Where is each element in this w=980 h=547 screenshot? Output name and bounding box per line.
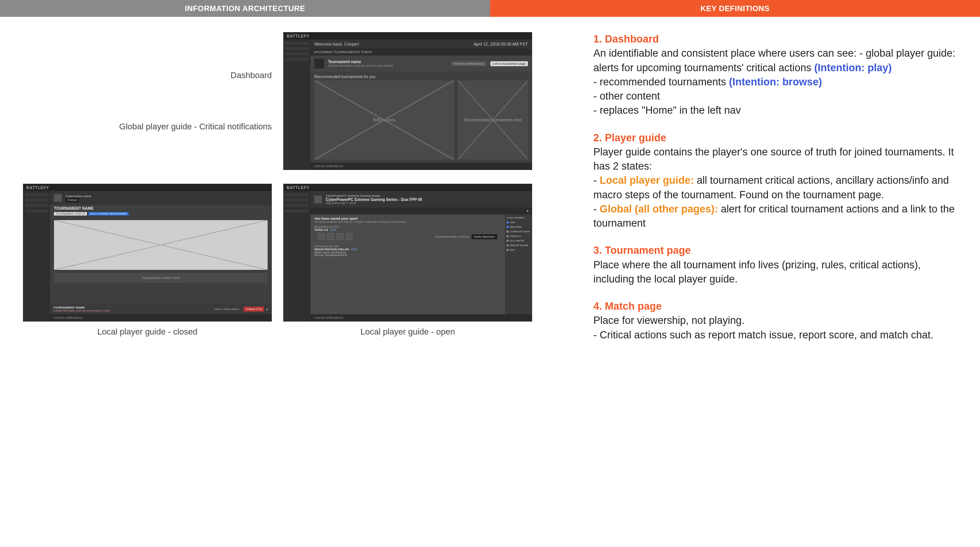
slide-header: INFORMATION ARCHITECTURE KEY DEFINITIONS: [0, 0, 980, 17]
mock-link: Link to tournament page: [490, 61, 528, 66]
mock-welcome: Welcome back, Cooper!: [314, 42, 359, 46]
mock3-j1: JOIN: [510, 221, 515, 224]
mock3-slot-icon: [346, 233, 353, 240]
header-right: KEY DEFINITIONS: [490, 0, 980, 17]
def-tournament-page: 3. Tournament page Place where the all t…: [593, 243, 957, 286]
def1-p2a: - recommended tournaments: [593, 76, 729, 88]
mock-thumb-icon: [314, 59, 324, 69]
def2-global-label: Global (all other pages):: [600, 203, 718, 215]
mock-upcoming: UPCOMING TOURNAMENTS TODAY: [314, 50, 372, 54]
mock-b2b-ph: B2B banners: [314, 80, 454, 160]
mock2-foot-cta: Critical CTA: [243, 307, 264, 312]
mock-date: April 12, 2018 09:30 AM PST: [474, 42, 528, 46]
mock3-org: CyberPowerPC Extreme Gaming Series: [326, 194, 422, 198]
mock3-journey-title: YOUR JOURNEY: [506, 217, 530, 219]
mock2-sidenav: [23, 191, 50, 321]
mock-brand: BATTLEFY: [287, 34, 309, 38]
mock3-regfields: REGISTRATION FIELDS: [314, 248, 349, 251]
mock3-saved-sub: You must complete your team to compete. …: [314, 220, 501, 223]
mock-rec-label: Recommended tournaments here: [458, 80, 528, 160]
label-global-guide: Global player guide - Critical notificat…: [119, 122, 272, 132]
mock-footer: Critical notifications: [314, 164, 343, 168]
row-dashboard: Dashboard Global player guide - Critical…: [23, 32, 532, 170]
mock2-foot-name: TOURNAMENT NAME: [53, 306, 110, 309]
mock3-team-edit: EDIT: [330, 229, 336, 231]
mock2-content: Tournament content here: [54, 273, 268, 283]
def-match-page: 4. Match page Place for viewership, not …: [593, 299, 957, 342]
mock-upcoming-bar: UPCOMING TOURNAMENTS TODAY: [310, 49, 532, 56]
def-player-guide: 2. Player guide Player guide contains th…: [593, 131, 957, 231]
row-local-guides: BATTLEFY Organization name Follow: [23, 184, 532, 337]
def1-p3: - other content: [593, 89, 957, 103]
header-left: INFORMATION ARCHITECTURE: [0, 0, 490, 17]
mock-rec-ph: Recommended tournaments here: [458, 80, 528, 160]
mock3-j6: REPORT SCORE: [510, 244, 528, 247]
mock3-slot-icon: [318, 233, 325, 240]
mock2-foot-how: How to critical action...: [214, 308, 241, 310]
mock3-j4: CHECK-IN: [510, 235, 521, 237]
mock3-brand: BATTLEFY: [287, 186, 309, 190]
mock3-sidenav: [284, 191, 310, 321]
mock-rec-title: Recommended tournaments for you: [310, 72, 532, 80]
mock-local-closed: BATTLEFY Organization name Follow: [23, 184, 272, 322]
def4-p2: - Critical actions such as report match …: [593, 328, 957, 342]
def1-p4: - replaces "Home" in the left nav: [593, 103, 957, 118]
def2-p1: Player guide contains the player's one s…: [593, 145, 957, 174]
cell-local-closed: BATTLEFY Organization name Follow: [23, 184, 272, 337]
mock3-journey: YOUR JOURNEY JOIN REGISTER COMPLETE TEAM…: [505, 214, 532, 314]
def-dashboard: 1. Dashboard An identifiable and consist…: [593, 32, 957, 118]
slide-body: Dashboard Global player guide - Critical…: [0, 17, 980, 547]
mock2-title: TOURNAMENT NAME: [54, 206, 268, 211]
mock3-invite: Invite Members: [472, 234, 497, 239]
mock-sidenav: [284, 39, 310, 170]
mock2-brand: BATTLEFY: [26, 186, 49, 190]
mock-dashboard: BATTLEFY Welcome back, Cooper! April 12,…: [283, 32, 532, 170]
mock3-team: TEAM 1/4: [314, 228, 328, 232]
mock3-optional: OPTIONAL ACTION: [314, 245, 501, 248]
mock-local-open: BATTLEFY CyberPowerPC Extreme Gaming Ser…: [283, 184, 532, 322]
mock3-discord: Discord: t3nneidenne#5478: [314, 254, 501, 256]
mock-b2b-label: B2B banners: [314, 80, 454, 160]
mock2-tag1: TOURNAMENT STATUS: [54, 212, 87, 216]
mock2-follow: Follow: [65, 198, 79, 202]
mock3-j7: END: [510, 249, 515, 251]
mock2-tag2: X/XX PLAYERS REGISTERED: [88, 212, 129, 216]
caption-local-closed: Local player guide - closed: [23, 327, 272, 337]
col-key-definitions: 1. Dashboard An identifiable and consist…: [555, 17, 980, 547]
mock3-required: REQUIRED ACTION: [314, 225, 501, 228]
mock3-reg: Registration open • 32/32: [326, 202, 422, 204]
def2-local-label: Local player guide:: [600, 175, 694, 186]
mock3-notif: Critical notifications: [314, 316, 343, 320]
mock3-edit: EDIT: [351, 248, 358, 251]
def2-title: 2. Player guide: [593, 131, 957, 145]
def4-title: 4. Match page: [593, 299, 957, 314]
mock3-j5: PLAY MATCH: [510, 240, 524, 242]
mock3-starts: Tournament starts in 32m15s: [435, 235, 469, 238]
def3-p1: Place where the all tournament info live…: [593, 258, 957, 287]
mock-timer: Timer for critical action: [451, 61, 487, 66]
mock2-org-icon: [54, 194, 62, 202]
def1-intent-browse: (Intention: browse): [729, 76, 822, 88]
def1-p1a: An identifiable and consistent place whe…: [593, 47, 956, 73]
def1-title: 1. Dashboard: [593, 32, 957, 46]
mock3-steam: Steam name: t3nneidenne: [314, 251, 501, 254]
mock-tname: Tournament name: [328, 60, 448, 64]
mock3-j2: REGISTER: [510, 226, 522, 228]
mock-tournament-row: Tournament name Critical information suc…: [310, 56, 532, 72]
mock3-title: CyberPowerPC Extreme Gaming Series - Duo…: [326, 198, 422, 202]
mock3-org-icon: [314, 196, 322, 203]
mock2-foot-info: Critical information such as server lobb…: [53, 309, 110, 312]
mock3-j3: COMPLETE TEAM: [510, 230, 529, 233]
mock3-slot-icon: [327, 233, 334, 240]
col-information-architecture: Dashboard Global player guide - Critical…: [0, 17, 555, 547]
label-dashboard: Dashboard: [230, 70, 272, 80]
mock2-notif: Critical notifications: [53, 316, 83, 320]
mock2-hero-ph: [54, 220, 268, 270]
def1-intent-play: (Intention: play): [814, 62, 892, 73]
row1-labels: Dashboard Global player guide - Critical…: [23, 70, 272, 132]
cell-local-open: BATTLEFY CyberPowerPC Extreme Gaming Ser…: [283, 184, 532, 337]
mock3-saved: You have saved your spot!: [314, 217, 501, 220]
def4-p1: Place for viewership, not playing.: [593, 314, 957, 328]
mock-tinfo: Critical information such as check in ha…: [328, 64, 448, 67]
caption-local-open: Local player guide - open: [283, 327, 532, 337]
